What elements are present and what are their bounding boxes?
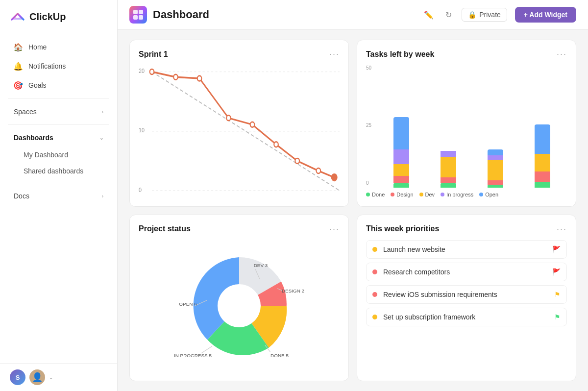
svg-point-10 bbox=[226, 115, 231, 121]
done-seg-2 bbox=[441, 183, 456, 188]
legend-label-dev: Dev bbox=[425, 192, 435, 197]
page-title: Dashboard bbox=[153, 8, 209, 21]
legend-done: Done bbox=[366, 192, 385, 197]
done-seg-3 bbox=[488, 185, 503, 188]
y-label-50: 50 bbox=[366, 65, 374, 71]
svg-text:0: 0 bbox=[139, 186, 142, 194]
shared-dashboards-label: Shared dashboards bbox=[24, 167, 83, 175]
legend-open: Open bbox=[479, 192, 498, 197]
add-widget-button[interactable]: + Add Widget bbox=[515, 7, 576, 23]
logo-area: ClickUp bbox=[0, 0, 117, 33]
priority-dot-2 bbox=[372, 269, 377, 274]
avatar-s[interactable]: S bbox=[10, 369, 25, 385]
divider-3 bbox=[8, 183, 109, 183]
y-label-25: 25 bbox=[366, 122, 374, 128]
open-seg-3 bbox=[488, 149, 503, 155]
priorities-widget: This week priorities ··· Launch new webs… bbox=[357, 215, 576, 382]
svg-point-7 bbox=[150, 69, 154, 74]
bar-group-2 bbox=[429, 109, 468, 188]
sidebar-item-notifications[interactable]: 🔔 Notifications bbox=[4, 57, 113, 75]
lock-icon: 🔒 bbox=[468, 11, 476, 19]
sidebar-item-goals[interactable]: 🎯 Goals bbox=[4, 76, 113, 95]
bar-group-4 bbox=[523, 109, 562, 188]
legend-dot-design bbox=[391, 193, 394, 196]
sidebar-item-my-dashboard[interactable]: My Dashboard bbox=[4, 147, 113, 163]
grid-cell-1 bbox=[133, 10, 138, 14]
tasks-week-widget: Tasks left by week ··· 50 25 0 bbox=[357, 40, 576, 207]
legend-dev: Dev bbox=[419, 192, 435, 197]
dashboards-chevron-icon: ⌄ bbox=[99, 135, 103, 141]
inprogress-seg-3 bbox=[488, 155, 503, 160]
private-badge[interactable]: 🔒 Private bbox=[462, 8, 507, 22]
sprint-title: Sprint 1 bbox=[139, 50, 168, 59]
svg-point-11 bbox=[250, 122, 255, 127]
inprogress-seg-2 bbox=[441, 151, 456, 157]
sidebar-item-home[interactable]: 🏠 Home bbox=[4, 38, 113, 56]
edit-button[interactable]: ✏️ bbox=[422, 8, 436, 22]
topbar-left: Dashboard bbox=[129, 6, 209, 24]
spaces-chevron-icon: › bbox=[102, 109, 103, 115]
bar-group-1 bbox=[382, 109, 421, 188]
pie-label-done: DONE 5 bbox=[270, 353, 289, 358]
done-seg-1 bbox=[393, 183, 409, 188]
priority-text-3: Review iOS submission requirements bbox=[383, 291, 548, 298]
legend-label-open: Open bbox=[485, 192, 498, 197]
docs-label: Docs bbox=[14, 192, 29, 200]
project-status-header: Project status ··· bbox=[139, 224, 340, 234]
topbar-right: ✏️ ↻ 🔒 Private + Add Widget bbox=[422, 7, 576, 23]
docs-section[interactable]: Docs › bbox=[4, 187, 113, 205]
project-status-title: Project status bbox=[139, 224, 191, 233]
legend-dot-inprogress bbox=[441, 193, 444, 196]
sidebar: ClickUp 🏠 Home 🔔 Notifications 🎯 Goals S… bbox=[0, 0, 118, 391]
logo-text: ClickUp bbox=[29, 11, 66, 23]
priority-item-2: Research competitors 🚩 bbox=[366, 263, 567, 281]
priority-flag-4: ⚑ bbox=[554, 313, 561, 321]
docs-chevron-icon: › bbox=[102, 194, 103, 199]
pie-label-design: DESIGN 2 bbox=[282, 288, 304, 293]
sidebar-item-shared-dashboards[interactable]: Shared dashboards bbox=[4, 163, 113, 179]
pie-label-dev: DEV 3 bbox=[254, 263, 268, 268]
spaces-section[interactable]: Spaces › bbox=[4, 103, 113, 121]
tasks-menu-button[interactable]: ··· bbox=[557, 49, 567, 59]
sidebar-footer: S 👤 ⌄ bbox=[0, 363, 117, 391]
sprint-widget-header: Sprint 1 ··· bbox=[139, 49, 340, 59]
dev-seg-4 bbox=[535, 154, 550, 171]
sprint-widget: Sprint 1 ··· 20 10 0 bbox=[129, 40, 349, 207]
dashboard-icon bbox=[129, 6, 147, 24]
inprogress-seg-1 bbox=[393, 149, 409, 164]
grid-cell-3 bbox=[133, 15, 138, 20]
priority-flag-3: ⚑ bbox=[554, 291, 561, 298]
goals-icon: 🎯 bbox=[14, 81, 23, 90]
grid-cell-2 bbox=[139, 10, 143, 14]
priority-item-4: Set up subscription framework ⚑ bbox=[366, 308, 567, 326]
priority-flag-2: 🚩 bbox=[552, 268, 561, 276]
project-status-menu-button[interactable]: ··· bbox=[329, 224, 340, 234]
sprint-menu-button[interactable]: ··· bbox=[329, 49, 340, 59]
priorities-menu-button[interactable]: ··· bbox=[557, 224, 567, 234]
dashboards-section[interactable]: Dashboards ⌄ bbox=[4, 129, 113, 147]
goals-label: Goals bbox=[28, 81, 47, 89]
dev-seg-1 bbox=[393, 164, 409, 176]
priorities-title: This week priorities bbox=[366, 224, 439, 233]
legend-dot-dev bbox=[419, 193, 423, 196]
done-seg-4 bbox=[535, 182, 550, 188]
avatar-photo[interactable]: 👤 bbox=[29, 369, 45, 385]
design-seg-2 bbox=[441, 177, 456, 183]
priority-dot-3 bbox=[372, 292, 377, 297]
dev-seg-3 bbox=[488, 160, 503, 180]
priority-item-3: Review iOS submission requirements ⚑ bbox=[366, 285, 567, 304]
pie-svg: DEV 3 DESIGN 2 DONE 5 IN PROGRESS 5 OPEN… bbox=[139, 252, 340, 360]
bar-group-3 bbox=[476, 109, 515, 188]
legend-label-done: Done bbox=[372, 192, 385, 197]
priority-flag-1: 🚩 bbox=[552, 245, 561, 253]
divider-1 bbox=[8, 98, 109, 99]
y-label-0: 0 bbox=[366, 180, 374, 186]
design-seg-3 bbox=[488, 180, 503, 185]
priority-text-1: Launch new website bbox=[383, 245, 546, 253]
clickup-logo-icon bbox=[10, 9, 25, 24]
refresh-button[interactable]: ↻ bbox=[443, 8, 454, 22]
svg-point-12 bbox=[274, 142, 278, 147]
home-label: Home bbox=[28, 43, 47, 51]
priority-text-2: Research competitors bbox=[383, 268, 546, 276]
sprint-svg: 20 10 0 bbox=[139, 65, 340, 197]
